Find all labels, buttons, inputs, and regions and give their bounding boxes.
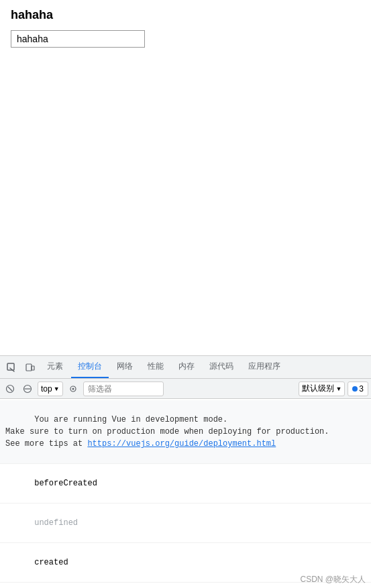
tab-network[interactable]: 网络 bbox=[110, 356, 140, 378]
level-arrow-icon: ▼ bbox=[335, 386, 341, 392]
context-dropdown[interactable]: top ▼ bbox=[38, 381, 63, 396]
tab-application[interactable]: 应用程序 bbox=[242, 356, 287, 378]
svg-rect-1 bbox=[26, 364, 32, 371]
page-title: hahaha bbox=[11, 8, 360, 22]
context-label: top bbox=[41, 384, 52, 394]
console-toolbar: top ▼ 默认级别 ▼ 3 bbox=[0, 379, 371, 399]
console-line: You are running Vue in development mode.… bbox=[0, 400, 371, 464]
filter-input[interactable] bbox=[83, 381, 164, 396]
live-expressions-btn[interactable] bbox=[66, 381, 81, 396]
text-input[interactable] bbox=[11, 30, 145, 48]
level-label: 默认级别 bbox=[302, 383, 334, 394]
console-line: beforeCreated bbox=[0, 464, 371, 504]
svg-point-8 bbox=[72, 388, 74, 390]
disable-log-btn[interactable] bbox=[20, 381, 35, 396]
log-level-dropdown[interactable]: 默认级别 ▼ bbox=[299, 381, 345, 396]
tab-performance[interactable]: 性能 bbox=[141, 356, 170, 378]
badge-dot-icon bbox=[352, 386, 358, 392]
tab-console[interactable]: 控制台 bbox=[71, 356, 109, 378]
badge-count: 3 bbox=[359, 384, 364, 394]
console-line: undefined bbox=[0, 504, 371, 543]
tab-source[interactable]: 源代码 bbox=[203, 356, 240, 378]
vue-docs-link[interactable]: https://vuejs.org/guide/deployment.html bbox=[87, 439, 276, 449]
tab-elements[interactable]: 元素 bbox=[40, 356, 70, 378]
device-toggle-icon[interactable] bbox=[21, 359, 39, 376]
message-count-badge[interactable]: 3 bbox=[348, 381, 368, 396]
console-output: You are running Vue in development mode.… bbox=[0, 399, 371, 588]
svg-line-4 bbox=[8, 387, 12, 391]
main-content: hahaha bbox=[0, 0, 371, 355]
devtools-panel: 元素 控制台 网络 性能 内存 源代码 应用程序 bbox=[0, 355, 371, 588]
clear-console-btn[interactable] bbox=[3, 381, 17, 396]
svg-rect-2 bbox=[32, 366, 34, 370]
watermark: CSDN @晓矢大人 bbox=[300, 574, 366, 585]
tab-memory[interactable]: 内存 bbox=[172, 356, 201, 378]
dropdown-arrow-icon: ▼ bbox=[54, 386, 60, 392]
devtools-tabbar: 元素 控制台 网络 性能 内存 源代码 应用程序 bbox=[0, 356, 371, 379]
inspect-element-icon[interactable] bbox=[3, 359, 20, 376]
